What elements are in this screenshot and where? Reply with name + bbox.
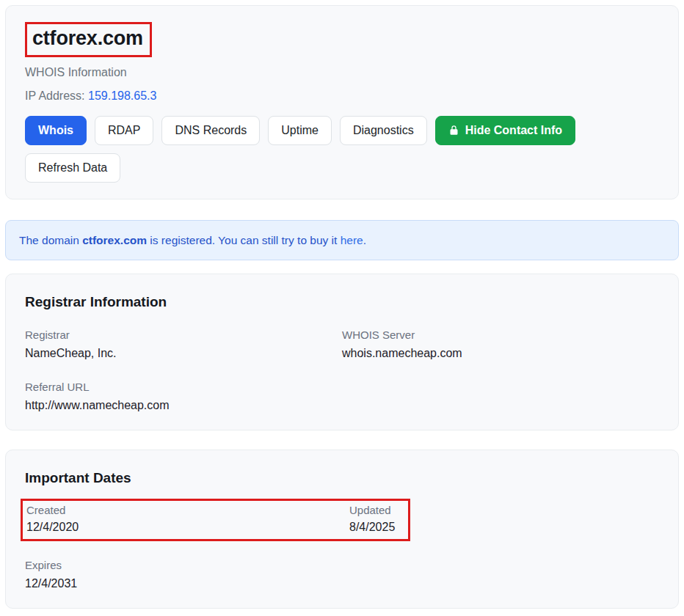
- whois-page: ctforex.com WHOIS Information IP Address…: [0, 0, 684, 614]
- hide-contact-info-button[interactable]: Hide Contact Info: [435, 116, 575, 145]
- tab-dns-records[interactable]: DNS Records: [161, 116, 260, 145]
- whois-server-field: WHOIS Server whois.namecheap.com: [342, 327, 659, 362]
- created-value: 12/4/2020: [26, 519, 349, 535]
- important-dates-card: Important Dates Created 12/4/2020 Update…: [5, 450, 679, 609]
- refresh-data-button[interactable]: Refresh Data: [25, 153, 120, 183]
- registrar-card-title: Registrar Information: [25, 293, 659, 311]
- domain-header-card: ctforex.com WHOIS Information IP Address…: [5, 5, 679, 199]
- created-field: Created 12/4/2020: [26, 503, 349, 535]
- banner-text-suffix: .: [363, 234, 366, 246]
- expires-field: Expires 12/4/2031: [25, 557, 659, 592]
- created-label: Created: [26, 503, 349, 518]
- ip-address-link[interactable]: 159.198.65.3: [88, 89, 156, 102]
- banner-domain: ctforex.com: [82, 234, 147, 246]
- hide-contact-info-label: Hide Contact Info: [465, 123, 562, 138]
- whois-server-label: WHOIS Server: [342, 327, 659, 342]
- banner-text-middle: is registered. You can still try to buy …: [147, 234, 341, 246]
- annotation-box-dates: Created 12/4/2020 Updated 8/4/2025: [21, 499, 410, 541]
- banner-text-prefix: The domain: [19, 234, 82, 246]
- expires-label: Expires: [25, 557, 659, 573]
- registrar-label: Registrar: [25, 327, 342, 342]
- registrar-info-card: Registrar Information Registrar NameChea…: [5, 274, 679, 430]
- dates-card-title: Important Dates: [25, 469, 659, 487]
- registered-banner: The domain ctforex.com is registered. Yo…: [5, 220, 679, 260]
- tab-button-row: Whois RDAP DNS Records Uptime Diagnostic…: [25, 116, 659, 145]
- annotation-box-domain: ctforex.com: [25, 22, 152, 57]
- ip-address-line: IP Address: 159.198.65.3: [25, 88, 659, 104]
- tab-whois[interactable]: Whois: [25, 116, 87, 145]
- lock-icon: [448, 125, 459, 136]
- updated-label: Updated: [349, 503, 404, 518]
- ip-address-label: IP Address:: [25, 89, 88, 102]
- refresh-button-row: Refresh Data: [25, 153, 659, 183]
- updated-value: 8/4/2025: [349, 519, 404, 535]
- referral-url-field: Referral URL http://www.namecheap.com: [25, 379, 342, 414]
- updated-field: Updated 8/4/2025: [349, 503, 404, 535]
- registrar-field: Registrar NameCheap, Inc.: [25, 327, 342, 362]
- tab-rdap[interactable]: RDAP: [95, 116, 153, 145]
- tab-diagnostics[interactable]: Diagnostics: [340, 116, 427, 145]
- domain-title: ctforex.com: [32, 26, 143, 51]
- referral-url-label: Referral URL: [25, 379, 342, 395]
- registrar-fields-grid: Registrar NameCheap, Inc. WHOIS Server w…: [25, 327, 659, 414]
- page-subtitle: WHOIS Information: [25, 65, 659, 81]
- registrar-value: NameCheap, Inc.: [25, 345, 342, 362]
- whois-server-value: whois.namecheap.com: [342, 345, 659, 362]
- expires-value: 12/4/2031: [25, 575, 659, 592]
- tab-uptime[interactable]: Uptime: [268, 116, 332, 145]
- buy-here-link[interactable]: here: [341, 234, 363, 246]
- referral-url-link[interactable]: http://www.namecheap.com: [25, 397, 170, 414]
